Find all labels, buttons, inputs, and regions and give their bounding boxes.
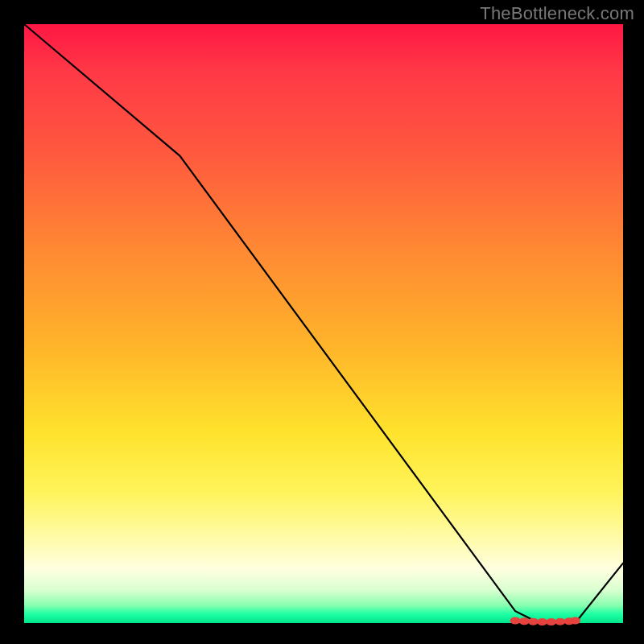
data-marker <box>528 618 539 625</box>
data-marker <box>510 617 521 625</box>
data-marker <box>546 618 556 625</box>
data-marker <box>570 617 580 625</box>
chart-frame: TheBottleneck.com <box>0 0 644 644</box>
data-marker <box>555 618 565 625</box>
bottleneck-curve <box>24 24 623 623</box>
data-marker <box>537 618 547 625</box>
plot-area <box>24 24 623 623</box>
watermark-text: TheBottleneck.com <box>480 3 634 24</box>
marker-group <box>510 617 580 625</box>
data-marker <box>519 617 530 625</box>
chart-svg <box>24 24 623 623</box>
